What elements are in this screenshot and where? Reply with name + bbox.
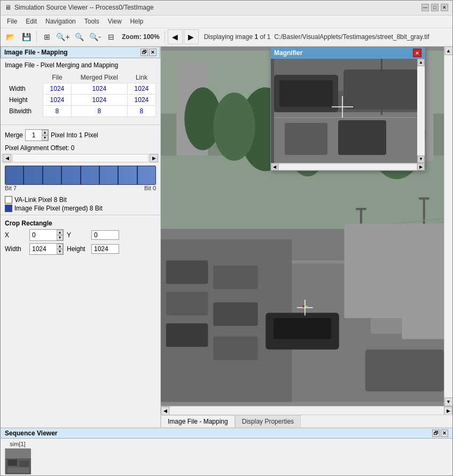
image-vscroll-track[interactable] [444, 55, 452, 397]
crop-height-input[interactable] [91, 244, 119, 254]
crop-x-field[interactable] [30, 231, 57, 239]
zoom-out-button[interactable]: 🔍- [88, 29, 103, 44]
seq-item-label: sim[1] [10, 441, 25, 447]
menu-navigation[interactable]: Navigation [41, 17, 80, 26]
col-file: File [43, 72, 71, 83]
crop-height-field[interactable] [92, 245, 119, 253]
magnifier-hscroll: ◀ ▶ [271, 163, 425, 170]
image-hscroll-right-button[interactable]: ▶ [444, 407, 452, 415]
pixel-bar [5, 166, 156, 185]
save-button[interactable]: 💾 [19, 29, 34, 44]
merge-label: Merge [5, 131, 23, 139]
seq-thumbnail[interactable] [5, 448, 30, 474]
magnifier-scroll-up-button[interactable]: ▲ [417, 59, 425, 66]
svg-rect-19 [213, 302, 257, 326]
seq-restore-button[interactable]: 🗗 [432, 430, 440, 437]
spinner-up-button[interactable]: ▲ [42, 130, 48, 135]
crop-x-down[interactable]: ▼ [57, 235, 63, 240]
image-scroll-down-button[interactable]: ▼ [444, 397, 453, 406]
panel-close-button[interactable]: ✕ [149, 49, 157, 56]
magnifier-scroll-left-button[interactable]: ◀ [271, 163, 278, 170]
menu-bar: File Edit Navigation Tools View Help [1, 15, 452, 28]
image-hscroll-track[interactable] [169, 407, 444, 415]
crop-w-down[interactable]: ▼ [57, 249, 63, 254]
toolbar-separator-2 [165, 31, 165, 43]
tab-image-mapping[interactable]: Image File - Mapping [161, 415, 235, 427]
seq-close-button[interactable]: ✕ [441, 430, 448, 437]
pixel-segment-8 [138, 166, 155, 184]
menu-tools[interactable]: Tools [80, 17, 104, 26]
crop-y-input[interactable] [91, 230, 119, 240]
main-layout: Image File - Mapping 🗗 ✕ Image File - Pi… [1, 46, 452, 475]
bitwidth-file: 8 [43, 105, 71, 116]
pixel-segment-7 [119, 166, 137, 184]
menu-edit[interactable]: Edit [21, 17, 41, 26]
legend-label-2: Image File Pixel (merged) 8 Bit [14, 205, 103, 212]
seq-header-controls[interactable]: 🗗 ✕ [432, 430, 448, 437]
crop-x-label: X [5, 231, 26, 239]
merge-input[interactable] [26, 131, 42, 139]
crop-y-field[interactable] [92, 231, 119, 239]
slider-right-button[interactable]: ▶ [150, 154, 158, 162]
svg-rect-44 [285, 123, 327, 155]
fit-button[interactable]: ⊞ [40, 29, 54, 44]
pixel-bar-container: Bit 7 Bit 0 [1, 163, 160, 196]
zoom-fit-button[interactable]: ⊟ [104, 29, 119, 44]
image-scroll-up-button[interactable]: ▲ [444, 46, 453, 55]
crop-w-up[interactable]: ▲ [57, 244, 63, 249]
nav-next-button[interactable]: ▶ [184, 29, 199, 44]
close-button[interactable]: ✕ [441, 4, 448, 11]
magnifier-scroll-down-button[interactable]: ▼ [417, 155, 425, 163]
crop-width-field[interactable] [30, 245, 57, 253]
zoom-in-button-2[interactable]: 🔍 [72, 29, 87, 44]
svg-point-11 [213, 92, 255, 161]
bit-labels: Bit 7 Bit 0 [5, 185, 156, 193]
spinner-down-button[interactable]: ▼ [42, 135, 48, 141]
crop-x-up[interactable]: ▲ [57, 230, 63, 235]
zoom-in-button[interactable]: 🔍+ [56, 29, 71, 44]
magnifier-dialog[interactable]: Magnifier × [270, 46, 425, 171]
crop-width-input[interactable]: ▲ ▼ [29, 243, 64, 255]
magnifier-content-wrapper: ▲ ▼ ◀ ▶ [271, 59, 425, 170]
svg-rect-15 [166, 260, 208, 284]
nav-prev-button[interactable]: ◀ [168, 29, 183, 44]
merge-suffix: Pixel Into 1 Pixel [51, 131, 98, 139]
legend-row-2: Image File Pixel (merged) 8 Bit [1, 204, 160, 213]
window-title: Simulation Source Viewer -- Process0/Tes… [14, 4, 154, 11]
crop-x-input[interactable]: ▲ ▼ [29, 229, 64, 241]
crop-title: Crop Rectangle [5, 220, 156, 227]
bitwidth-merged: 8 [72, 105, 128, 116]
app-window: 🖥 Simulation Source Viewer -- Process0/T… [0, 0, 453, 476]
svg-rect-26 [419, 197, 429, 199]
col-empty [5, 72, 43, 83]
panel-header-controls[interactable]: 🗗 ✕ [140, 49, 157, 56]
pixel-segment-5 [81, 166, 100, 184]
tab-display-properties[interactable]: Display Properties [235, 415, 301, 427]
magnifier-vscroll-track[interactable] [417, 66, 425, 155]
list-item[interactable]: sim[1] [5, 441, 30, 474]
panel-divider-2 [1, 215, 160, 215]
minimize-button[interactable]: — [421, 4, 429, 11]
open-button[interactable]: 📂 [3, 29, 18, 44]
slider-left-button[interactable]: ◀ [3, 154, 11, 162]
magnifier-header: Magnifier × [271, 47, 425, 59]
magnifier-svg [271, 59, 425, 163]
title-bar-controls[interactable]: — □ ✕ [421, 4, 448, 11]
menu-file[interactable]: File [3, 17, 21, 26]
row-label-bitwidth: Bitwidth [5, 105, 43, 116]
align-offset: Pixel Alignment Offset: 0 [1, 143, 160, 153]
magnifier-scroll-right-button[interactable]: ▶ [417, 163, 425, 170]
image-area[interactable]: Magnifier × [161, 46, 444, 406]
svg-rect-28 [365, 349, 444, 392]
slider-track[interactable] [12, 154, 149, 162]
magnifier-hscroll-track[interactable] [278, 163, 417, 170]
menu-view[interactable]: View [104, 17, 126, 26]
merge-spinner[interactable]: ▲ ▼ [25, 129, 49, 141]
image-hscroll-left-button[interactable]: ◀ [161, 407, 169, 415]
svg-rect-45 [338, 120, 386, 155]
app-icon: 🖥 [5, 4, 11, 11]
panel-restore-button[interactable]: 🗗 [140, 49, 148, 56]
menu-help[interactable]: Help [126, 17, 148, 26]
maximize-button[interactable]: □ [431, 4, 439, 11]
magnifier-close-button[interactable]: × [413, 49, 421, 57]
